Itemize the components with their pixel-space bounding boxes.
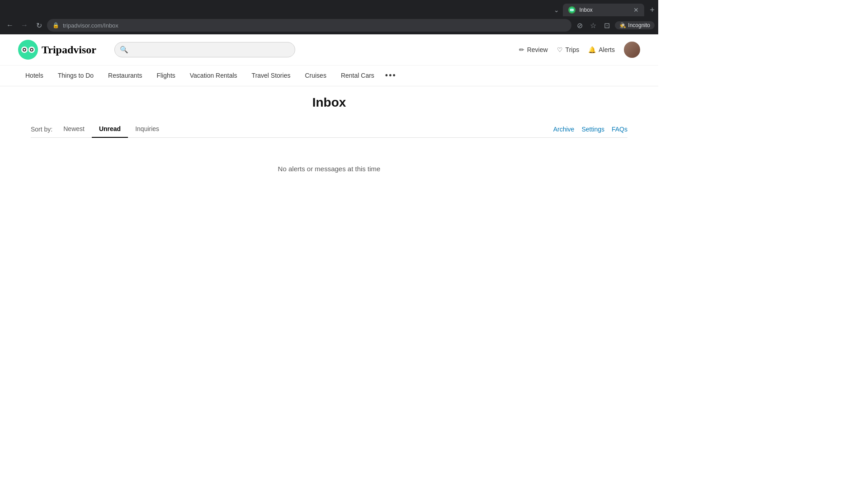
- empty-message: No alerts or messages at this time: [31, 138, 627, 200]
- svg-point-1: [570, 9, 572, 11]
- bookmark-button[interactable]: ☆: [587, 19, 599, 32]
- settings-link[interactable]: Settings: [581, 126, 604, 133]
- address-domain: tripadvisor.com: [63, 22, 102, 29]
- svg-point-2: [572, 9, 574, 11]
- trips-icon: ♡: [557, 46, 563, 53]
- tab-close-button[interactable]: ✕: [633, 6, 639, 14]
- nav-item-rental-cars[interactable]: Rental Cars: [334, 66, 382, 85]
- tab-inquiries[interactable]: Inquiries: [128, 121, 166, 138]
- site-nav: Hotels Things to Do Restaurants Flights …: [0, 66, 658, 86]
- browser-chrome: ⌄ Inbox ✕ + ← → ↻ 🔒 tripadvisor.com/Inbo…: [0, 0, 658, 34]
- alerts-label: Alerts: [599, 46, 615, 53]
- archive-link[interactable]: Archive: [553, 126, 575, 133]
- logo-link[interactable]: Tripadvisor: [18, 40, 96, 60]
- main-content: Inbox Sort by: Newest Unread Inquiries A…: [13, 86, 646, 209]
- inbox-toolbar: Sort by: Newest Unread Inquiries Archive…: [31, 121, 627, 138]
- incognito-label: Incognito: [628, 22, 650, 28]
- address-text: tripadvisor.com/Inbox: [63, 22, 566, 29]
- trips-label: Trips: [566, 46, 580, 53]
- inbox-actions: Archive Settings FAQs: [553, 126, 627, 133]
- logo-text: Tripadvisor: [42, 44, 96, 56]
- tab-newest[interactable]: Newest: [56, 121, 92, 138]
- inbox-tabs: Newest Unread Inquiries: [56, 121, 166, 137]
- reload-button[interactable]: ↻: [33, 19, 45, 32]
- active-tab[interactable]: Inbox ✕: [563, 4, 644, 16]
- svg-point-7: [24, 49, 25, 51]
- nav-item-flights[interactable]: Flights: [150, 66, 183, 85]
- avatar-image: [624, 42, 640, 58]
- page-title: Inbox: [31, 95, 627, 110]
- trips-button[interactable]: ♡ Trips: [557, 46, 580, 53]
- review-label: Review: [527, 46, 548, 53]
- logo-icon: [18, 40, 38, 60]
- header-actions: ✏ Review ♡ Trips 🔔 Alerts: [519, 42, 640, 58]
- back-button[interactable]: ←: [4, 19, 16, 32]
- review-button[interactable]: ✏ Review: [519, 46, 548, 53]
- sort-label: Sort by:: [31, 126, 52, 133]
- nav-item-things-to-do[interactable]: Things to Do: [51, 66, 101, 85]
- tab-favicon: [568, 6, 576, 14]
- nav-item-restaurants[interactable]: Restaurants: [101, 66, 149, 85]
- incognito-badge[interactable]: 🕵 Incognito: [615, 21, 655, 29]
- review-icon: ✏: [519, 46, 524, 53]
- search-input[interactable]: [114, 42, 295, 57]
- svg-point-8: [31, 49, 33, 51]
- page: Tripadvisor 🔍 ✏ Review ♡ Trips 🔔 Alerts: [0, 34, 658, 209]
- toolbar-icons: ⊘ ☆ ⊡: [573, 19, 613, 32]
- alerts-button[interactable]: 🔔 Alerts: [588, 46, 615, 53]
- nav-item-travel-stories[interactable]: Travel Stories: [245, 66, 298, 85]
- profile-button[interactable]: ⊡: [600, 19, 613, 32]
- address-path: /Inbox: [102, 22, 118, 29]
- address-bar[interactable]: 🔒 tripadvisor.com/Inbox: [47, 19, 571, 32]
- tab-bar: ⌄ Inbox ✕ +: [0, 0, 658, 16]
- search-icon: 🔍: [120, 46, 128, 54]
- incognito-icon: 🕵: [619, 22, 626, 28]
- new-tab-button[interactable]: +: [646, 5, 658, 15]
- avatar[interactable]: [624, 42, 640, 58]
- site-header: Tripadvisor 🔍 ✏ Review ♡ Trips 🔔 Alerts: [0, 34, 658, 66]
- nav-item-hotels[interactable]: Hotels: [18, 66, 51, 85]
- search-bar: 🔍: [114, 42, 295, 57]
- forward-button[interactable]: →: [18, 19, 31, 32]
- alerts-icon: 🔔: [588, 46, 596, 53]
- tab-unread[interactable]: Unread: [92, 121, 128, 138]
- tab-title: Inbox: [579, 7, 630, 13]
- nav-more-button[interactable]: •••: [382, 66, 400, 86]
- faqs-link[interactable]: FAQs: [612, 126, 627, 133]
- tab-list-button[interactable]: ⌄: [550, 6, 563, 14]
- lock-icon: 🔒: [52, 22, 59, 28]
- nav-item-vacation-rentals[interactable]: Vacation Rentals: [183, 66, 245, 85]
- security-icon-button[interactable]: ⊘: [573, 19, 586, 32]
- address-bar-row: ← → ↻ 🔒 tripadvisor.com/Inbox ⊘ ☆ ⊡ 🕵 In…: [0, 16, 658, 34]
- nav-item-cruises[interactable]: Cruises: [297, 66, 333, 85]
